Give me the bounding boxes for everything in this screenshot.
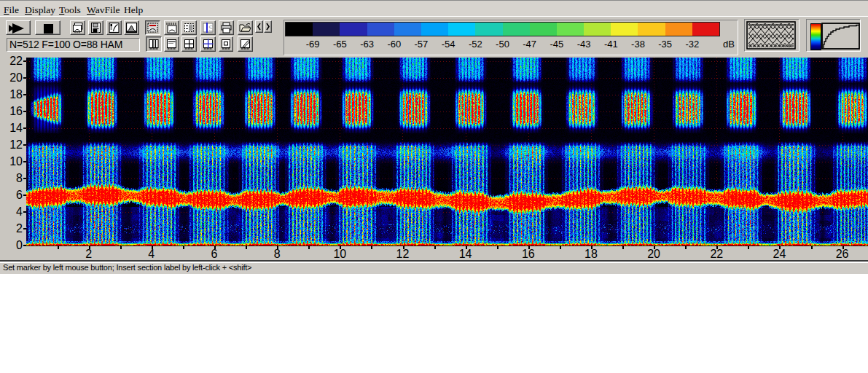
svg-text:S: S xyxy=(208,24,214,33)
